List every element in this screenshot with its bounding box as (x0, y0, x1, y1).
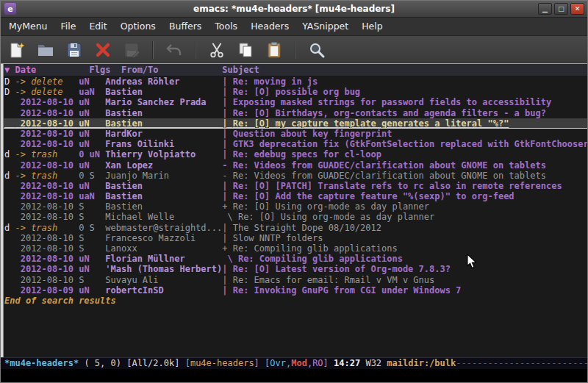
message-row[interactable]: 2012-08-10 uN 'Mash (Thomas Herbert)| Re… (1, 264, 587, 274)
message-from: 'Mash (Thomas Herbert) (105, 264, 222, 274)
mark-indicator: D (4, 76, 15, 87)
thread-separator: | (222, 118, 232, 129)
message-flags: 0 uN (79, 149, 105, 160)
new-file-button[interactable] (7, 40, 27, 60)
message-date: 2012-08-10 (15, 181, 79, 191)
message-from: Bastien (105, 87, 222, 97)
sort-column-header: ▼ Date (4, 65, 90, 75)
message-row[interactable]: 2012-08-10 S Michael Welle \ Re: [O] Usi… (1, 212, 587, 222)
message-subject: Re: [O] Add the capture feature "%(sexp)… (233, 191, 514, 201)
message-list: D -> delete uN Andreas Röhler | Re: movi… (1, 76, 587, 296)
message-row[interactable]: D -> delete uN Andreas Röhler | Re: movi… (1, 76, 587, 87)
open-folder-icon (37, 41, 54, 59)
message-from: Francesco Mazzoli (105, 233, 222, 243)
menu-item-tools[interactable]: Tools (208, 18, 244, 35)
end-of-results-label: End of search results (1, 296, 587, 306)
menu-item-help[interactable]: Help (355, 18, 390, 35)
message-subject: Re: [O] Birthdays, org-contacts and agen… (233, 108, 546, 118)
menu-item-options[interactable]: Options (114, 18, 162, 35)
mark-indicator (4, 201, 15, 212)
message-row[interactable]: 2012-08-10 S Lanoxx + Re: Compiling glib… (1, 243, 587, 254)
message-from: Florian Müllner (105, 254, 222, 264)
minimize-button[interactable]: ▁ (538, 3, 552, 15)
toolbar-separator (295, 41, 296, 59)
menu-item-mymenu[interactable]: MyMenu (2, 18, 54, 35)
menu-item-headers[interactable]: Headers (244, 18, 295, 35)
message-subject: Re: [O] Latest version of Org-mode 7.8.3… (233, 264, 451, 274)
message-flags: S (79, 201, 105, 212)
message-row[interactable]: 2012-08-10 uN Bastien | Re: [O] Birthday… (1, 108, 587, 118)
thread-separator: | (222, 223, 232, 233)
message-date: 2012-08-10 (15, 254, 79, 264)
message-flags: S (79, 275, 105, 285)
message-from: Bastien (105, 181, 222, 191)
paste-button[interactable] (264, 40, 284, 60)
message-row[interactable]: d -> trash 0 S webmaster@straightd...| T… (1, 223, 587, 233)
thread-separator: | (222, 87, 232, 97)
message-row[interactable]: 2012-08-10 S Francesco Mazzoli | Slow NN… (1, 233, 587, 243)
menu-item-file[interactable]: File (54, 18, 83, 35)
cut-button[interactable] (207, 40, 227, 60)
mark-indicator (4, 181, 15, 191)
mark-indicator: d (4, 171, 15, 181)
message-flags: S (79, 233, 105, 243)
maximize-button[interactable]: □ (554, 3, 568, 15)
message-flags: uN (79, 76, 105, 87)
message-date: 2012-08-10 (15, 129, 79, 139)
message-row[interactable]: D -> delete uaN Bastien | Re: [O] possib… (1, 87, 587, 97)
menu-item-edit[interactable]: Edit (82, 18, 113, 35)
message-subject: Re: Videos from GUADEC/clarification abo… (233, 160, 546, 171)
message-row[interactable]: 2012-08-10 uaN Bastien | Re: [O] Add the… (1, 191, 587, 201)
mark-indicator (4, 160, 15, 171)
message-row[interactable]: 2012-08-10 uN Bastien | Re: [O] my captu… (1, 118, 587, 129)
message-row[interactable]: 2012-08-10 uN Florian Müllner \ Re: Comp… (1, 254, 587, 264)
mark-indicator (4, 139, 15, 149)
message-flags: uN (79, 97, 105, 107)
mark-indicator: d (4, 223, 15, 233)
message-row[interactable]: 2012-08-09 uN robertcInSD | Re: Invoking… (1, 285, 587, 296)
modeline-segment-ro: RO (312, 358, 323, 368)
message-date: 2012-08-10 (15, 233, 79, 243)
menu-item-yasnippet[interactable]: YASnippet (295, 18, 355, 35)
undo-button[interactable] (164, 40, 184, 60)
close-button[interactable]: ✕ (570, 3, 584, 15)
message-subject: Re: Emacs for email: Rmail v VM v Gnus (233, 275, 435, 285)
save-as-icon (123, 41, 140, 59)
message-flags: 0 S (79, 223, 105, 233)
mark-indicator (4, 108, 15, 118)
message-row[interactable]: 2012-08-10 S Bastien + Re: [O] Using org… (1, 201, 587, 212)
thread-separator: | (222, 181, 232, 191)
message-row[interactable]: 2012-08-10 uN Mario Sanchez Prada | Expo… (1, 97, 587, 107)
message-row[interactable]: 2012-08-10 uN Xan Lopez - Re: Videos fro… (1, 160, 587, 171)
message-row[interactable]: 2012-08-10 uN Frans Oilinki | GTK3 depre… (1, 139, 587, 149)
message-row[interactable]: 2012-08-10 uN Bastien | Re: [O] [PATCH] … (1, 181, 587, 191)
open-folder-button[interactable] (35, 40, 56, 60)
search-button[interactable] (306, 40, 327, 60)
save-as-button[interactable] (121, 40, 142, 60)
message-flags: uN (79, 264, 105, 274)
modeline-segment-plain: [All/2.0k] (126, 358, 184, 368)
mark-indicator (4, 212, 15, 222)
message-row[interactable]: d -> trash 0 uN Thierry Volpiatto | Re: … (1, 149, 587, 160)
headers-column-header[interactable]: ▼ Date Flgs From/To Subject (1, 64, 587, 76)
thread-separator: - (222, 160, 232, 171)
message-flags: uN (79, 129, 105, 139)
menu-item-buffers[interactable]: Buffers (162, 18, 208, 35)
close-buffer-button[interactable] (93, 40, 113, 60)
save-button[interactable] (64, 40, 85, 60)
scrollbar[interactable] (1, 64, 4, 357)
mark-indicator (4, 233, 15, 243)
message-subject: Re: Compiling glib applications (233, 243, 398, 254)
message-row[interactable]: 2012-08-10 uN HardKor | Question about k… (1, 129, 587, 139)
paste-icon (265, 41, 283, 59)
message-flags: S (79, 212, 105, 222)
titlebar[interactable]: e emacs: *mu4e-headers* [mu4e-headers] ▁… (1, 1, 587, 18)
mark-indicator: d (4, 149, 15, 160)
message-date: 2012-08-10 (15, 97, 79, 107)
copy-button[interactable] (235, 40, 256, 60)
minibuffer[interactable] (1, 369, 587, 382)
message-row[interactable]: 2012-08-10 S Suvayu Ali | Re: Emacs for … (1, 275, 587, 285)
message-row[interactable]: d -> trash 0 S Juanjo Marin - Re: Videos… (1, 171, 587, 181)
thread-separator: + (222, 201, 232, 212)
thread-separator: | (222, 149, 232, 160)
